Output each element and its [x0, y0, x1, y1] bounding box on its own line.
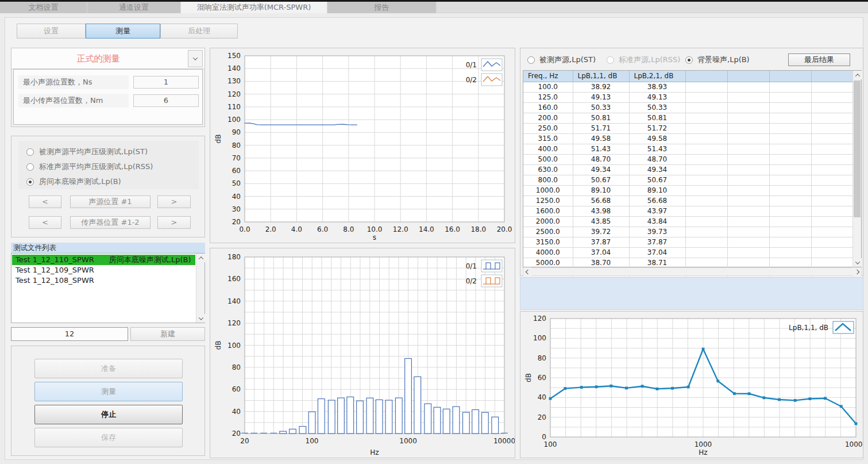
file-list-item[interactable]: Test 1_12_110_SPWR房间本底噪声测试,Lp(B): [12, 255, 195, 265]
table-cell[interactable]: [769, 92, 811, 102]
table-cell[interactable]: [769, 102, 811, 113]
radio-lp-st[interactable]: 被测声源平均声压级测试,Lp(ST): [26, 146, 148, 158]
table-cell[interactable]: [811, 102, 852, 113]
table-cell[interactable]: 43.97: [629, 206, 685, 216]
table-cell[interactable]: 160.0: [523, 102, 573, 113]
table-cell[interactable]: [811, 175, 852, 185]
table-cell[interactable]: 125.0: [523, 92, 573, 102]
table-cell[interactable]: [811, 227, 852, 237]
table-cell[interactable]: 500.0: [523, 154, 573, 164]
table-cell[interactable]: [769, 216, 811, 227]
column-header[interactable]: [769, 71, 811, 82]
table-cell[interactable]: 250.0: [523, 123, 573, 133]
table-cell[interactable]: [811, 113, 852, 123]
table-cell[interactable]: 50.67: [573, 175, 629, 185]
table-cell[interactable]: [685, 206, 727, 216]
table-cell[interactable]: [685, 185, 727, 195]
table-cell[interactable]: 48.70: [629, 154, 685, 164]
table-cell[interactable]: 89.10: [629, 185, 685, 195]
table-cell[interactable]: 51.72: [629, 123, 685, 133]
table-cell[interactable]: [727, 113, 769, 123]
table-row[interactable]: 3150.037.8737.87: [523, 237, 852, 247]
table-cell[interactable]: [727, 154, 769, 164]
table-cell[interactable]: 37.04: [629, 247, 685, 258]
table-cell[interactable]: 315.0: [523, 133, 573, 144]
table-cell[interactable]: [769, 175, 811, 185]
subtab-postprocess[interactable]: 后处理: [160, 24, 238, 39]
table-cell[interactable]: 50.81: [629, 113, 685, 123]
table-cell[interactable]: 49.58: [573, 133, 629, 144]
table-cell[interactable]: 2000.0: [523, 216, 573, 227]
table-cell[interactable]: [727, 92, 769, 102]
table-cell[interactable]: [727, 144, 769, 154]
table-cell[interactable]: 800.0: [523, 175, 573, 185]
table-cell[interactable]: 4000.0: [523, 247, 573, 258]
source-next-button[interactable]: >: [157, 195, 191, 208]
table-cell[interactable]: 200.0: [523, 113, 573, 123]
min-source-positions-input[interactable]: 1: [133, 76, 199, 89]
table-cell[interactable]: 400.0: [523, 144, 573, 154]
scroll-up-icon[interactable]: [853, 71, 862, 79]
table-row[interactable]: 200.050.8150.81: [523, 113, 852, 123]
table-cell[interactable]: [769, 247, 811, 258]
table-cell[interactable]: [685, 113, 727, 123]
table-cell[interactable]: [685, 164, 727, 175]
subtab-measure[interactable]: 测量: [86, 24, 160, 39]
table-row[interactable]: 1250.056.6856.68: [523, 195, 852, 206]
view-radio-lp-st[interactable]: 被测声源,Lp(ST): [527, 54, 596, 66]
table-cell[interactable]: [811, 82, 852, 92]
column-header[interactable]: [811, 71, 852, 82]
table-cell[interactable]: 3150.0: [523, 237, 573, 247]
table-cell[interactable]: [769, 133, 811, 144]
table-cell[interactable]: [811, 206, 852, 216]
table-cell[interactable]: [685, 237, 727, 247]
table-cell[interactable]: [769, 227, 811, 237]
table-row[interactable]: 1600.043.9843.97: [523, 206, 852, 216]
table-row[interactable]: 2500.039.7239.73: [523, 227, 852, 237]
table-row[interactable]: 5000.038.7038.71: [523, 258, 852, 268]
column-header[interactable]: [685, 71, 727, 82]
results-table-body[interactable]: 100.038.9238.93125.049.1349.13160.050.33…: [523, 82, 852, 278]
table-cell[interactable]: 56.68: [573, 195, 629, 206]
file-count-box[interactable]: 12: [11, 327, 128, 341]
column-header[interactable]: LpB,1,1, dB: [573, 71, 629, 82]
mic-position-button[interactable]: 传声器位置 #1-2: [70, 216, 151, 229]
table-cell[interactable]: [811, 164, 852, 175]
table-cell[interactable]: [769, 144, 811, 154]
table-cell[interactable]: [685, 175, 727, 185]
table-cell[interactable]: 51.43: [629, 144, 685, 154]
table-vscroll-thumb[interactable]: [854, 80, 861, 217]
table-cell[interactable]: 49.13: [573, 92, 629, 102]
prepare-button[interactable]: 准备: [34, 359, 183, 378]
mode-dropdown[interactable]: 正式的测量: [11, 48, 205, 69]
table-cell[interactable]: [769, 195, 811, 206]
column-header[interactable]: LpB,2,1, dB: [629, 71, 685, 82]
table-cell[interactable]: [685, 123, 727, 133]
table-cell[interactable]: 50.81: [573, 113, 629, 123]
table-cell[interactable]: [685, 133, 727, 144]
table-cell[interactable]: [769, 154, 811, 164]
table-cell[interactable]: [727, 237, 769, 247]
table-row[interactable]: 160.050.3350.33: [523, 102, 852, 113]
save-button[interactable]: 保存: [34, 428, 183, 447]
table-cell[interactable]: [769, 206, 811, 216]
scroll-left-icon[interactable]: [523, 267, 532, 276]
measure-button[interactable]: 测量: [34, 382, 183, 401]
table-cell[interactable]: [727, 227, 769, 237]
table-cell[interactable]: 51.43: [573, 144, 629, 154]
table-row[interactable]: 500.048.7048.70: [523, 154, 852, 164]
table-cell[interactable]: [769, 113, 811, 123]
table-cell[interactable]: 5000.0: [523, 258, 573, 268]
table-cell[interactable]: [727, 216, 769, 227]
table-cell[interactable]: [811, 144, 852, 154]
table-cell[interactable]: [811, 195, 852, 206]
table-cell[interactable]: 37.87: [573, 237, 629, 247]
table-row[interactable]: 400.051.4351.43: [523, 144, 852, 154]
table-cell[interactable]: 51.71: [573, 123, 629, 133]
table-cell[interactable]: [685, 227, 727, 237]
table-cell[interactable]: [811, 247, 852, 258]
table-cell[interactable]: [685, 102, 727, 113]
table-cell[interactable]: 37.87: [629, 237, 685, 247]
table-cell[interactable]: [769, 82, 811, 92]
table-cell[interactable]: [685, 216, 727, 227]
